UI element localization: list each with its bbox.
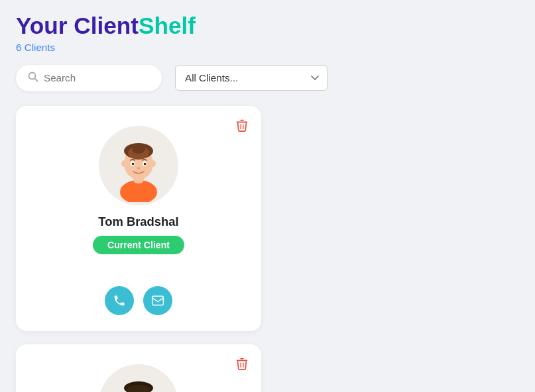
svg-point-18 (121, 160, 127, 167)
status-badge-tom: Current Client (93, 236, 184, 254)
svg-rect-20 (152, 296, 164, 305)
client-card-tom: Tom Bradshal Current Client (16, 106, 261, 331)
svg-point-12 (132, 144, 145, 154)
avatar-tom (99, 126, 178, 205)
cards-grid: Tom Bradshal Current Client (16, 106, 519, 392)
phone-button-tom[interactable] (105, 286, 134, 315)
title-shelf: Shelf (139, 13, 196, 38)
client-count: 6 Clients (16, 42, 519, 53)
svg-rect-3 (240, 119, 244, 121)
delete-button-tom[interactable] (233, 117, 251, 137)
search-icon (28, 72, 38, 85)
page-header: Your ClientShelf 6 Clients (16, 13, 519, 53)
title-your-client: Your Client (16, 13, 139, 38)
svg-point-17 (137, 167, 141, 170)
client-name-tom: Tom Bradshal (98, 215, 178, 229)
avatar-nick (99, 364, 178, 392)
svg-point-16 (144, 162, 147, 165)
svg-point-19 (150, 160, 156, 167)
delete-button-nick[interactable] (233, 355, 251, 375)
client-card-nick: Nick Current Client Plan A 10 hrs left (16, 344, 261, 392)
page-title: Your ClientShelf (16, 13, 519, 39)
filter-select[interactable]: All Clients... Current Clients Past Clie… (175, 65, 327, 91)
svg-rect-22 (240, 358, 244, 359)
search-input[interactable] (44, 72, 150, 83)
search-wrapper (16, 65, 162, 91)
contact-icons-tom (105, 277, 172, 315)
svg-line-1 (35, 78, 38, 81)
toolbar: All Clients... Current Clients Past Clie… (16, 65, 519, 91)
svg-point-15 (132, 162, 135, 165)
email-button-tom[interactable] (143, 286, 172, 315)
